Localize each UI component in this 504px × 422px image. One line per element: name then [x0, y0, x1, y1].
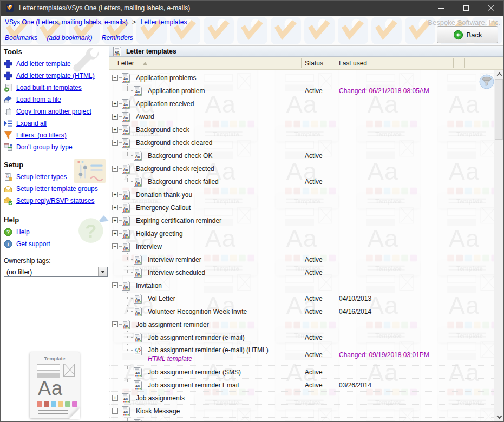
expand-expander-icon[interactable]: + [112, 101, 118, 107]
sidebar-item-label[interactable]: Filters: (no filters) [16, 131, 67, 139]
collapse-expander-icon[interactable]: − [112, 75, 118, 81]
column-status[interactable]: Status [305, 57, 323, 70]
status-cell: Active [305, 292, 323, 305]
collapse-expander-icon[interactable]: − [112, 408, 118, 414]
template-row[interactable]: AaBackground check OKActive [109, 149, 494, 162]
expand-expander-icon[interactable]: + [112, 205, 118, 210]
add-bookmark-link[interactable]: (add bookmark) [47, 34, 92, 42]
close-button[interactable] [479, 1, 503, 16]
template-group-row[interactable]: −AaJob assignment reminder [109, 318, 494, 331]
template-row[interactable]: AaInterview reminderActive [109, 253, 494, 266]
sidebar-item-label[interactable]: Load from a file [16, 96, 61, 103]
scroll-up-button[interactable] [494, 70, 503, 79]
sidebar-item-label[interactable]: Load built-in templates [16, 84, 82, 91]
template-row[interactable]: AaBackground check failedActive [109, 175, 494, 188]
svg-text:Aa: Aa [123, 168, 128, 172]
collapse-expander-icon[interactable]: − [112, 243, 118, 249]
sidebar-item-label[interactable]: Add letter template (HTML) [16, 72, 95, 80]
svg-text:Aa: Aa [135, 384, 140, 388]
template-group-row[interactable]: +AaExpiring certification reminder [109, 214, 494, 227]
sidebar-item-filters-no-filters[interactable]: Filters: (no filters) [4, 129, 107, 141]
svg-text:Aa: Aa [135, 272, 140, 275]
minimize-button[interactable] [429, 1, 454, 16]
sidebar-item-label[interactable]: Setup letter types [16, 173, 67, 181]
expand-expander-icon[interactable]: + [112, 127, 118, 133]
template-row[interactable]: AaJob assignment reminder EmailActive03/… [109, 379, 494, 392]
ownership-tags-dropdown[interactable]: (no filter) [4, 267, 108, 277]
template-group-row[interactable]: +AaEmergency Callout [109, 201, 494, 214]
sidebar-item-label[interactable]: Setup reply/RSVP statuses [16, 197, 95, 205]
template-group-row[interactable]: +AaApplication received [109, 97, 494, 110]
letter-template-icon: Aa [121, 98, 130, 109]
template-group-row[interactable]: −AaInvitation [109, 279, 494, 292]
dropdown-button[interactable] [98, 267, 107, 276]
sidebar-item-don-t-group-by-type[interactable]: Don't group by type [4, 141, 107, 153]
template-name: Kiosk Automatic Checkout [148, 418, 223, 421]
expand-expander-icon[interactable]: + [112, 230, 118, 236]
template-name: Background check [136, 123, 189, 136]
template-group-row[interactable]: −AaInterview [109, 240, 494, 253]
sidebar-item-load-built-in-templates[interactable]: Load built-in templates [4, 82, 107, 94]
template-row[interactable]: AaJob assignment reminder (e-mail)Active [109, 331, 494, 344]
template-row[interactable]: AaJob assignment reminder (SMS)Active [109, 366, 494, 379]
sidebar-item-add-letter-template[interactable]: Add letter template [4, 58, 107, 70]
template-group-row[interactable]: +AaJob assignments [109, 392, 494, 405]
sidebar-item-copy-from-another-project[interactable]: Copy from another project [4, 106, 107, 117]
sidebar-item-label[interactable]: Get support [16, 240, 50, 248]
vertical-scrollbar[interactable] [494, 70, 503, 421]
sidebar-item-setup-letter-template-groups[interactable]: Setup letter template groups [4, 183, 107, 195]
column-last-used[interactable]: Last used [339, 57, 367, 70]
template-group-row[interactable]: −AaBackground check cleared [109, 136, 494, 149]
svg-text:Aa: Aa [123, 207, 128, 210]
svg-text:Aa: Aa [135, 90, 140, 94]
sidebar-item-setup-reply-rsvp-statuses[interactable]: Setup reply/RSVP statuses [4, 195, 107, 207]
collapse-expander-icon[interactable]: − [112, 282, 118, 288]
column-letter[interactable]: Letter [117, 57, 134, 70]
breadcrumb-current-link[interactable]: Letter templates [140, 18, 187, 26]
sidebar-item-get-support[interactable]: iGet support [4, 238, 107, 250]
scroll-down-button[interactable] [494, 412, 503, 421]
bookmarks-link[interactable]: Bookmarks [5, 34, 37, 42]
back-button[interactable]: Back [437, 26, 498, 43]
template-group-row[interactable]: −AaBackground check rejected [109, 162, 494, 175]
collapse-expander-icon[interactable]: − [112, 321, 118, 327]
scrollbar-thumb[interactable] [495, 79, 503, 140]
sidebar-item-expand-all[interactable]: Expand all [4, 117, 107, 129]
template-group-row[interactable]: +AaDonation thank-you [109, 188, 494, 201]
template-row[interactable]: AaKiosk Automatic CheckoutActive [109, 418, 494, 421]
sidebar-item-label[interactable]: Add letter template [16, 60, 71, 68]
reminders-link[interactable]: Reminders [102, 34, 133, 42]
template-name: Volunteer Recognition Week Invite [148, 305, 247, 318]
sidebar-item-help[interactable]: ?Help [4, 226, 107, 238]
collapse-expander-icon[interactable]: − [112, 166, 118, 172]
sidebar-item-label[interactable]: Expand all [16, 120, 47, 127]
expand-expander-icon[interactable]: + [112, 114, 118, 120]
expand-expander-icon[interactable]: + [112, 217, 118, 223]
status-cell: Active [305, 149, 323, 162]
template-group-row[interactable]: +AaAward [109, 110, 494, 123]
template-group-row[interactable]: −AaKiosk Message [109, 405, 494, 418]
template-row[interactable]: Job assignment reminder (e-mail) (HTML)H… [109, 344, 494, 366]
svg-text:Aa: Aa [123, 410, 128, 414]
sidebar-item-label[interactable]: Setup letter template groups [16, 185, 98, 193]
collapse-expander-icon[interactable]: − [112, 140, 118, 146]
sidebar-item-label[interactable]: Don't group by type [16, 143, 73, 151]
maximize-button[interactable] [454, 1, 479, 16]
expand-expander-icon[interactable]: + [112, 192, 118, 197]
column-header-row: Letter Status Last used [109, 57, 503, 70]
sidebar-item-add-letter-template-html[interactable]: Add letter template (HTML) [4, 70, 107, 82]
sidebar-item-load-from-a-file[interactable]: Load from a file [4, 94, 107, 106]
template-row[interactable]: AaVol LetterActive04/10/2013 [109, 292, 494, 305]
template-group-row[interactable]: +AaBackground check [109, 123, 494, 136]
template-row[interactable]: AaInterview scheduledActive [109, 266, 494, 279]
template-group-row[interactable]: +AaHoliday greeting [109, 227, 494, 240]
sidebar-item-label[interactable]: Copy from another project [16, 108, 91, 115]
template-group-row[interactable]: −AaApplication problems [109, 71, 494, 84]
template-row[interactable]: AaApplication problemActiveChanged: 06/2… [109, 84, 494, 97]
breadcrumb-root-link[interactable]: VSys One (Letters, mailing labels, e-mai… [5, 18, 128, 26]
expand-expander-icon[interactable]: + [112, 395, 118, 401]
sidebar-item-setup-letter-types[interactable]: Setup letter types [4, 171, 107, 183]
filter-button[interactable] [479, 74, 494, 89]
sidebar-item-label[interactable]: Help [16, 228, 30, 236]
template-row[interactable]: AaVolunteer Recognition Week InviteActiv… [109, 305, 494, 318]
